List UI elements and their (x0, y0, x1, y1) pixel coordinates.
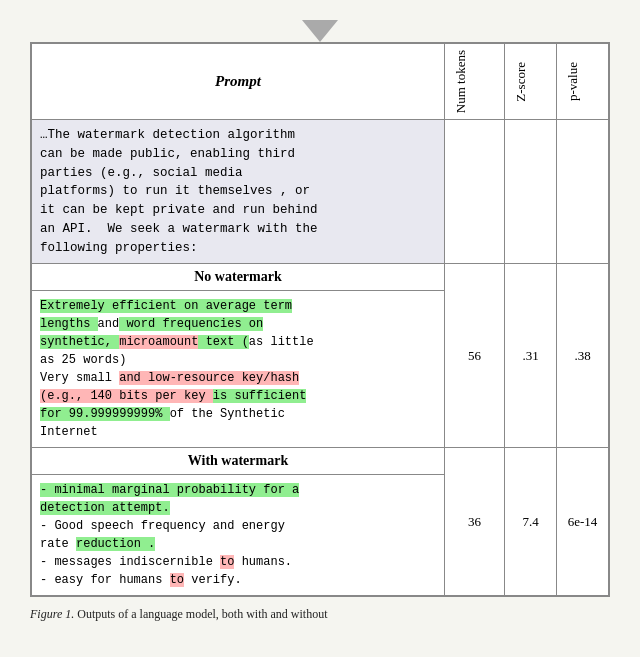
no-watermark-header-row: No watermark 56 .31 .38 (32, 264, 609, 291)
with-watermark-num-tokens: 36 (445, 448, 505, 596)
p-value-header: p-value (557, 44, 609, 120)
page-container: Prompt Num tokens Z-score p-value …The w… (30, 20, 610, 622)
no-watermark-header: No watermark (32, 264, 445, 291)
no-watermark-content: Extremely efficient on average termlengt… (32, 291, 445, 448)
nw-span-3: microamount (119, 335, 198, 349)
ww-span-1: - minimal marginal probability for adete… (40, 483, 299, 515)
no-watermark-num-tokens: 56 (445, 264, 505, 448)
p-value-label: p-value (565, 62, 581, 101)
table-header-row: Prompt Num tokens Z-score p-value (32, 44, 609, 120)
caption-text: Outputs of a language model, both with a… (74, 607, 327, 621)
figure-label: Figure 1. (30, 607, 74, 621)
no-watermark-p-value: .38 (557, 264, 609, 448)
nw-span-4: text ( (198, 335, 248, 349)
figure-caption: Figure 1. Outputs of a language model, b… (30, 607, 610, 622)
nw-span-8: of (170, 407, 184, 421)
num-tokens-header: Num tokens (445, 44, 505, 120)
table-wrapper: Prompt Num tokens Z-score p-value …The w… (30, 42, 610, 597)
nw-span-and1: and (98, 317, 120, 331)
ww-span-to2: to (170, 573, 184, 587)
ww-span-2: reduction . (76, 537, 155, 551)
ww-span-to1: to (220, 555, 234, 569)
num-tokens-label: Num tokens (453, 50, 469, 113)
with-watermark-header: With watermark (32, 448, 445, 475)
main-table: Prompt Num tokens Z-score p-value …The w… (31, 43, 609, 596)
prompt-row: …The watermark detection algorithmcan be… (32, 120, 609, 264)
with-watermark-header-row: With watermark 36 7.4 6e-14 (32, 448, 609, 475)
prompt-cell: …The watermark detection algorithmcan be… (32, 120, 445, 264)
prompt-header: Prompt (32, 44, 445, 120)
with-watermark-content: - minimal marginal probability for adete… (32, 475, 445, 596)
prompt-num-tokens (445, 120, 505, 264)
z-score-header: Z-score (505, 44, 557, 120)
no-watermark-z-score: .31 (505, 264, 557, 448)
with-watermark-p-value: 6e-14 (557, 448, 609, 596)
with-watermark-z-score: 7.4 (505, 448, 557, 596)
arrow-down-icon (302, 20, 338, 42)
prompt-p-value (557, 120, 609, 264)
prompt-z-score (505, 120, 557, 264)
z-score-label: Z-score (513, 62, 529, 102)
nw-span-5: Very small (40, 371, 119, 385)
